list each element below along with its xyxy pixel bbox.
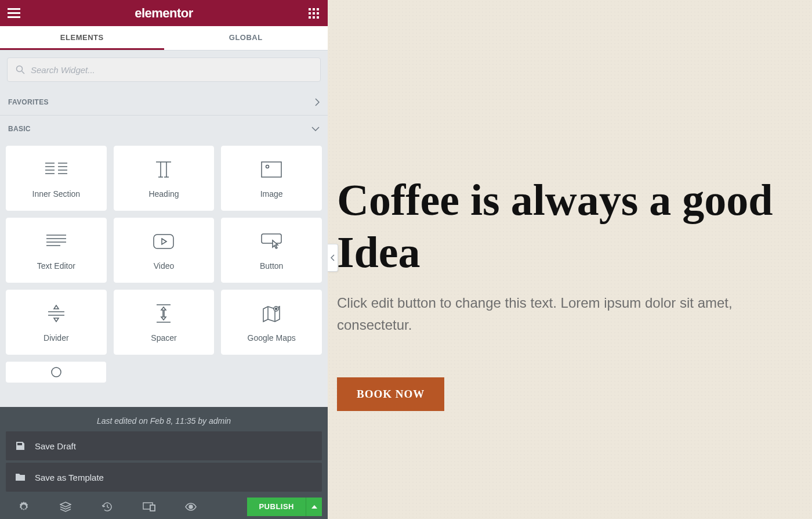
save-draft-button[interactable]: Save Draft	[6, 431, 322, 460]
book-now-button[interactable]: BOOK NOW	[337, 377, 444, 411]
save-panel: Last edited on Feb 8, 11:35 by admin Sav…	[0, 407, 328, 494]
widget-label: Divider	[44, 333, 69, 343]
widget-label: Inner Section	[32, 189, 81, 199]
widget-inner-section[interactable]: Inner Section	[6, 146, 107, 211]
divider-icon	[45, 302, 68, 325]
category-label: FAVORITES	[8, 98, 49, 106]
svg-rect-3	[309, 8, 311, 10]
app-title: elementor	[135, 6, 193, 21]
last-edited-text: Last edited on Feb 8, 11:35 by admin	[6, 413, 322, 431]
widget-label: Heading	[148, 189, 179, 199]
preview-canvas[interactable]: Coffee is always a good Idea Click edit …	[328, 0, 812, 519]
editor-sidebar: elementor ELEMENTS GLOBAL FAVORITES BASI…	[0, 0, 328, 519]
footer-tools	[6, 500, 247, 513]
category-basic[interactable]: BASIC	[0, 116, 328, 142]
heading-icon	[152, 158, 175, 181]
svg-point-42	[276, 308, 277, 310]
widget-label: Spacer	[151, 333, 176, 343]
publish-options-caret[interactable]	[306, 498, 322, 516]
video-icon	[152, 230, 175, 253]
text-editor-icon	[45, 230, 68, 253]
save-template-label: Save as Template	[35, 473, 104, 482]
apps-grid-icon[interactable]	[307, 6, 321, 20]
svg-rect-10	[313, 16, 315, 19]
inner-section-icon	[45, 158, 68, 181]
svg-rect-7	[313, 12, 315, 15]
search-box[interactable]	[7, 57, 321, 82]
svg-point-28	[266, 165, 269, 168]
panel-tabs: ELEMENTS GLOBAL	[0, 26, 328, 51]
navigator-icon[interactable]	[59, 500, 72, 513]
svg-line-13	[22, 71, 25, 74]
widget-label: Image	[260, 189, 283, 199]
widget-heading[interactable]: Heading	[114, 146, 215, 211]
history-icon[interactable]	[101, 500, 114, 513]
spacer-icon	[152, 302, 175, 325]
widget-divider[interactable]: Divider	[6, 290, 107, 355]
svg-rect-5	[317, 8, 319, 10]
hero-heading[interactable]: Coffee is always a good Idea	[337, 174, 812, 278]
svg-rect-6	[309, 12, 311, 15]
search-container	[0, 51, 328, 89]
svg-rect-2	[8, 16, 20, 18]
category-favorites[interactable]: FAVORITES	[0, 89, 328, 116]
chevron-right-icon	[315, 98, 320, 106]
search-icon	[16, 65, 25, 74]
widget-label: Video	[154, 261, 175, 271]
publish-button[interactable]: PUBLISH	[247, 498, 306, 516]
svg-rect-27	[262, 162, 281, 177]
button-icon	[260, 230, 283, 253]
svg-point-12	[17, 66, 23, 72]
widget-button[interactable]: Button	[221, 218, 322, 283]
widget-label: Google Maps	[248, 333, 296, 343]
sidebar-header: elementor	[0, 0, 328, 26]
widget-partial[interactable]	[6, 362, 106, 383]
svg-rect-9	[309, 16, 311, 19]
widget-label: Text Editor	[37, 261, 75, 271]
svg-rect-11	[317, 16, 319, 19]
save-icon	[15, 441, 26, 451]
widget-label: Button	[260, 261, 283, 271]
chevron-down-icon	[311, 127, 320, 131]
hero-subtext[interactable]: Click edit button to change this text. L…	[337, 292, 778, 335]
preview-icon[interactable]	[184, 500, 197, 513]
image-icon	[260, 158, 283, 181]
svg-rect-4	[313, 8, 315, 10]
tab-global[interactable]: GLOBAL	[164, 26, 328, 50]
save-template-button[interactable]: Save as Template	[6, 463, 322, 492]
sidebar-footer: PUBLISH	[0, 494, 328, 519]
maps-icon	[260, 302, 283, 325]
svg-point-48	[189, 505, 193, 509]
widget-video[interactable]: Video	[114, 218, 215, 283]
svg-rect-46	[150, 505, 155, 511]
svg-rect-33	[154, 235, 173, 248]
svg-point-44	[22, 505, 26, 509]
widget-google-maps[interactable]: Google Maps	[221, 290, 322, 355]
svg-rect-0	[8, 8, 20, 10]
category-label: BASIC	[8, 125, 31, 133]
widget-grid: Inner Section Heading Image Text Editor	[6, 142, 322, 355]
svg-point-43	[52, 367, 61, 377]
widget-spacer[interactable]: Spacer	[114, 290, 215, 355]
svg-rect-1	[8, 12, 20, 14]
widget-panel: Inner Section Heading Image Text Editor	[0, 142, 328, 407]
widget-image[interactable]: Image	[221, 146, 322, 211]
tab-elements[interactable]: ELEMENTS	[0, 26, 164, 50]
save-draft-label: Save Draft	[35, 441, 76, 451]
widget-text-editor[interactable]: Text Editor	[6, 218, 107, 283]
responsive-icon[interactable]	[143, 500, 155, 513]
svg-rect-34	[262, 234, 281, 243]
menu-icon[interactable]	[7, 6, 21, 20]
folder-icon	[15, 473, 26, 482]
svg-rect-8	[317, 12, 319, 15]
search-input[interactable]	[31, 65, 312, 75]
publish-group: PUBLISH	[247, 498, 322, 516]
settings-icon[interactable]	[17, 500, 30, 513]
